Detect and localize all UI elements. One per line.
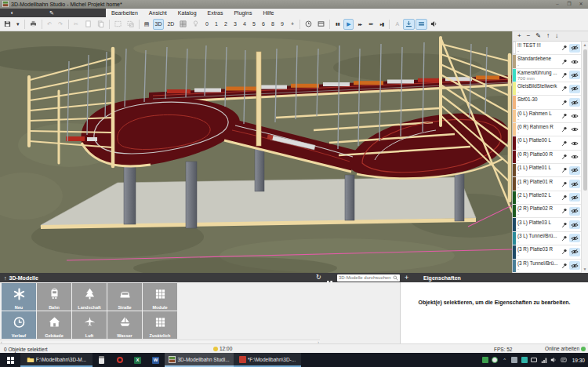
layer-row[interactable]: (1 R) Platte01 R-: [513, 177, 581, 191]
taskbar-studio-button[interactable]: 3D-Modellbahn Studi...: [165, 353, 234, 367]
camera-6-button[interactable]: 6: [259, 19, 267, 30]
tray-volume-icon[interactable]: [550, 357, 557, 364]
camera-4-button[interactable]: 4: [240, 19, 249, 30]
layer-row[interactable]: (0 R) Rahmen R-: [513, 123, 581, 136]
save-button[interactable]: [2, 19, 13, 30]
layers-scrollbar[interactable]: ▲ ▼: [581, 42, 588, 273]
minimize-button[interactable]: –: [553, 0, 562, 8]
menu-bearbeiten[interactable]: Bearbeiten: [106, 9, 143, 17]
select-add-button[interactable]: [125, 19, 136, 30]
pin-icon[interactable]: [561, 58, 568, 66]
visibility-toggle[interactable]: [569, 234, 580, 242]
pin-icon[interactable]: [561, 262, 568, 270]
refresh-icon[interactable]: ↻: [316, 274, 321, 281]
layer-row[interactable]: (0 L) Rahmen L-: [513, 110, 581, 123]
view-3d-button[interactable]: 3D: [153, 19, 165, 30]
snap-button[interactable]: [416, 19, 427, 30]
move-layer-down-button[interactable]: ↓: [555, 33, 558, 39]
layer-row[interactable]: Kameraführung ...700 mm: [513, 69, 581, 82]
layer-row[interactable]: (2 L) Platte02 L-: [513, 191, 581, 205]
copy-button[interactable]: [82, 19, 94, 30]
layer-row[interactable]: Standardebene-: [513, 55, 581, 68]
print-button[interactable]: [27, 19, 39, 30]
tile-wasser[interactable]: Wasser: [107, 311, 142, 339]
camera-9-button[interactable]: 9: [278, 19, 286, 30]
start-button[interactable]: [0, 353, 20, 367]
layer-row[interactable]: Sbf01-30-: [513, 96, 581, 109]
viewport-3d[interactable]: [0, 31, 512, 273]
pin-icon[interactable]: [561, 85, 568, 93]
pin-icon[interactable]: [561, 44, 568, 52]
collapse-panel-icon[interactable]: ↑: [0, 275, 9, 281]
view-2d-button[interactable]: 2D: [165, 19, 176, 30]
taskbar-file-button[interactable]: *F:\Modellbahn\3D-...: [234, 353, 301, 367]
move-layer-up-button[interactable]: ↑: [546, 33, 550, 39]
back-button[interactable]: ‹: [0, 9, 24, 17]
layer-row[interactable]: (3 R) Tunnel/Brü...-: [513, 260, 581, 273]
fast-forward-button[interactable]: ▸▸▸: [365, 19, 376, 30]
viewport-3d-scene[interactable]: [0, 31, 512, 273]
camera-8-button[interactable]: 8: [268, 19, 277, 30]
taskbar-word-icon[interactable]: W: [147, 353, 165, 367]
gravity-button[interactable]: [403, 19, 415, 30]
pin-icon[interactable]: [561, 99, 568, 107]
layer-row[interactable]: GleisBildStellwerk-: [513, 82, 581, 96]
visibility-toggle[interactable]: [569, 71, 580, 79]
visibility-toggle[interactable]: [569, 207, 580, 216]
tile-verlauf[interactable]: Verlauf: [2, 311, 36, 339]
camera-2-button[interactable]: 2: [221, 19, 230, 30]
tile-landschaft[interactable]: Landschaft: [72, 283, 107, 311]
visibility-toggle[interactable]: [569, 44, 580, 53]
event-button[interactable]: [315, 19, 327, 30]
add-camera-button[interactable]: +: [287, 19, 297, 30]
tile-gebaeude[interactable]: Gebäude: [37, 311, 71, 339]
menu-plugins[interactable]: Plugins: [228, 9, 257, 17]
visibility-toggle[interactable]: [569, 261, 580, 270]
tile-zusaetzlich[interactable]: Zusätzlich: [143, 311, 177, 339]
layer-row[interactable]: !!! TEST !!!-: [513, 42, 581, 55]
taskbar-excel-icon[interactable]: X: [129, 353, 147, 367]
pin-icon[interactable]: [561, 194, 568, 202]
taskbar-explorer-button[interactable]: F:\Modellbahn\3D-M...: [20, 353, 93, 367]
layer-row[interactable]: (2 R) Platte02 R-: [513, 205, 581, 218]
volume-button[interactable]: [428, 19, 440, 30]
grid-button[interactable]: [177, 19, 189, 30]
pin-icon[interactable]: [561, 125, 568, 133]
add-model-button[interactable]: +: [405, 274, 408, 282]
pin-icon[interactable]: [561, 166, 568, 174]
search-box[interactable]: [337, 274, 400, 282]
close-button[interactable]: ✕: [576, 0, 586, 8]
visibility-toggle[interactable]: [569, 125, 580, 134]
play-button[interactable]: ▶: [343, 19, 354, 30]
tile-module[interactable]: Module: [143, 283, 177, 311]
scroll-down-icon[interactable]: ▼: [582, 267, 588, 271]
visibility-toggle[interactable]: [569, 248, 580, 256]
tile-bahn[interactable]: Bahn: [37, 283, 71, 311]
layer-row[interactable]: (3 L) Platte03 L-: [513, 218, 581, 231]
visibility-toggle[interactable]: [569, 85, 580, 93]
layer-row[interactable]: (0 L) Platte00 L-: [513, 136, 581, 150]
pause-button[interactable]: ▮▮: [332, 19, 343, 30]
camera-0-button[interactable]: 0: [202, 19, 211, 30]
catalog-list-button[interactable]: ▤: [142, 19, 152, 30]
add-layer-button[interactable]: +: [517, 33, 521, 39]
tray-update-icon[interactable]: [492, 357, 499, 364]
layer-row[interactable]: (0 R) Platte00 R-: [513, 151, 581, 164]
layer-row[interactable]: (3 R) Platte03 R-: [513, 245, 581, 259]
camera-5-button[interactable]: 5: [249, 19, 258, 30]
menu-katalog[interactable]: Katalog: [172, 9, 202, 17]
tray-antivirus-icon[interactable]: [481, 357, 488, 364]
clock-button[interactable]: [303, 19, 314, 30]
skip-end-button[interactable]: ▸▮: [376, 19, 387, 30]
taskbar-calculator-icon[interactable]: [93, 353, 111, 367]
visibility-toggle[interactable]: [569, 139, 580, 147]
tray-battery-icon[interactable]: [531, 357, 538, 364]
visibility-toggle[interactable]: [569, 180, 580, 188]
edit-layer-button[interactable]: ✎: [535, 33, 541, 39]
camera-1-button[interactable]: 1: [212, 19, 220, 30]
menu-ansicht[interactable]: Ansicht: [143, 9, 172, 17]
layer-row[interactable]: (3 L) Tunnel/Brü...-: [513, 232, 581, 245]
paste-button[interactable]: [95, 19, 107, 30]
pin-icon[interactable]: [561, 221, 568, 229]
visibility-toggle[interactable]: [569, 220, 580, 229]
